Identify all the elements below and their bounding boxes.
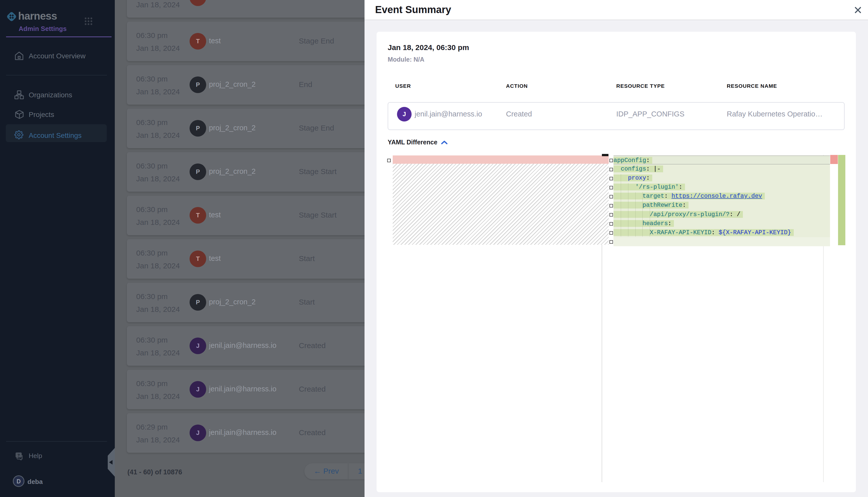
svg-text:?: ? [17, 453, 19, 457]
